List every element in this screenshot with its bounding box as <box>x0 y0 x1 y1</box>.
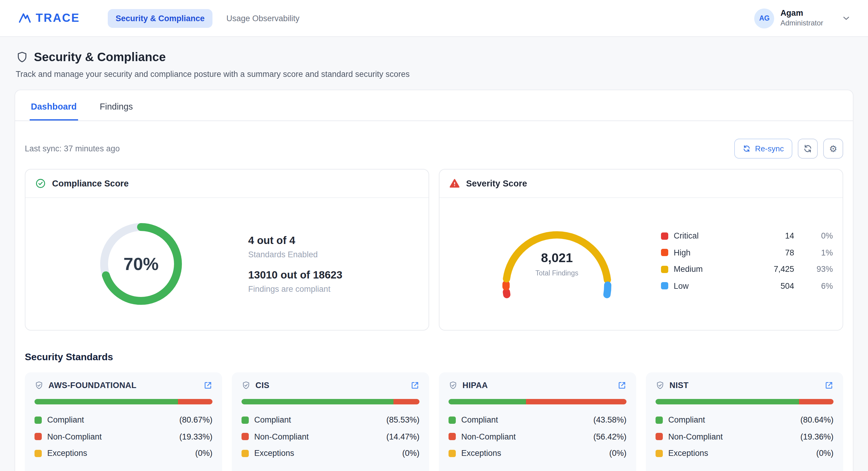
tab-dashboard[interactable]: Dashboard <box>30 90 78 121</box>
standards-enabled-value: 4 out of 4 <box>248 234 342 247</box>
shield-icon <box>16 51 28 64</box>
nav-security-compliance[interactable]: Security & Compliance <box>108 9 213 28</box>
settings-button[interactable]: ⚙ <box>823 138 843 159</box>
main-panel: Dashboard Findings Last sync: 37 minutes… <box>14 90 854 471</box>
findings-compliant-value: 13010 out of 18623 <box>248 269 342 282</box>
compliance-donut: 70% <box>96 219 186 309</box>
standard-name: AWS-FOUNDATIONAL <box>49 381 136 390</box>
gauge-segment-critical <box>506 292 507 295</box>
bar-segment <box>448 399 526 404</box>
compliance-bar <box>655 399 834 404</box>
security-standards-heading: Security Standards <box>25 352 843 363</box>
page-title: Security & Compliance <box>34 50 166 64</box>
standard-name: NIST <box>670 381 688 390</box>
total-findings-value: 8,021 <box>496 251 617 265</box>
resync-button[interactable]: Re-sync <box>735 138 792 159</box>
non-compliant-label: Non-Compliant <box>461 432 516 441</box>
gauge-segment-low <box>607 285 608 294</box>
low-label: Low <box>674 282 689 291</box>
tab-findings[interactable]: Findings <box>99 90 134 121</box>
dashboard-content: Last sync: 37 minutes ago Re-sync <box>15 138 853 471</box>
medium-label: Medium <box>674 265 703 274</box>
severity-row-low: Low 504 6% <box>661 278 833 294</box>
low-pct: 6% <box>794 282 833 291</box>
compliance-score-card: Compliance Score 70% 4 out of 4 S <box>25 169 429 331</box>
chevron-down-icon[interactable] <box>841 13 851 23</box>
standard-name: HIPAA <box>462 381 488 390</box>
non-compliant-swatch <box>655 433 663 440</box>
severity-row-high: High 78 1% <box>661 244 833 261</box>
exceptions-label: Exceptions <box>668 449 708 458</box>
user-menu[interactable]: AG Agam Administrator <box>754 8 851 28</box>
bar-segment <box>394 399 420 404</box>
avatar: AG <box>754 8 774 28</box>
standards-enabled-caption: Standards Enabled <box>248 250 342 259</box>
compliant-label: Compliant <box>254 416 291 425</box>
total-findings-caption: Total Findings <box>496 270 617 277</box>
critical-count: 14 <box>785 231 794 241</box>
compliance-percent: 70% <box>96 219 186 309</box>
low-count: 504 <box>780 282 794 291</box>
external-link-icon[interactable] <box>617 381 626 390</box>
app-root: TRACE Security & Compliance Usage Observ… <box>0 0 868 471</box>
non-compliant-pct: (19.36%) <box>800 432 834 441</box>
check-circle-icon <box>35 178 46 189</box>
critical-swatch <box>661 232 668 240</box>
medium-swatch <box>661 266 668 273</box>
low-swatch <box>661 282 668 290</box>
last-sync-text: Last sync: 37 minutes ago <box>25 144 120 153</box>
bar-segment <box>178 399 213 404</box>
non-compliant-pct: (14.47%) <box>386 432 420 441</box>
external-link-icon[interactable] <box>825 381 834 390</box>
compliant-swatch <box>448 416 456 424</box>
compliance-bar <box>34 399 213 404</box>
non-compliant-pct: (19.33%) <box>179 432 213 441</box>
non-compliant-label: Non-Compliant <box>668 432 723 441</box>
exceptions-pct: (0%) <box>609 449 626 458</box>
resync-icon <box>743 145 751 153</box>
refresh-button[interactable] <box>798 138 818 159</box>
shield-check-icon <box>242 381 251 390</box>
exceptions-pct: (0%) <box>195 449 213 458</box>
severity-legend: Critical 14 0% High 78 1% <box>661 228 833 294</box>
severity-score-card: Severity Score 8,021 Total Findings <box>439 169 843 331</box>
exceptions-pct: (0%) <box>816 449 834 458</box>
page-header: Security & Compliance Track and manage y… <box>0 37 868 90</box>
legend-row-non-compliant: Non-Compliant(19.33%) <box>34 428 213 445</box>
high-count: 78 <box>785 248 794 257</box>
external-link-icon[interactable] <box>204 381 213 390</box>
legend-row-non-compliant: Non-Compliant(19.36%) <box>655 428 834 445</box>
critical-pct: 0% <box>794 231 833 241</box>
exceptions-label: Exceptions <box>461 449 501 458</box>
legend-row-exceptions: Exceptions(0%) <box>448 445 626 462</box>
findings-compliant-caption: Findings are compliant <box>248 285 342 294</box>
non-compliant-swatch <box>34 433 42 440</box>
severity-gauge: 8,021 Total Findings <box>496 226 617 303</box>
severity-card-title: Severity Score <box>466 179 527 188</box>
compliant-pct: (80.64%) <box>800 416 834 425</box>
standard-card-nist: NIST Compliant(80.64%) Non-Compliant(19.… <box>646 372 843 471</box>
shield-check-icon <box>34 381 43 390</box>
tab-bar: Dashboard Findings <box>15 90 853 121</box>
external-link-icon[interactable] <box>410 381 420 390</box>
exceptions-swatch <box>655 450 663 457</box>
top-bar: TRACE Security & Compliance Usage Observ… <box>0 0 868 37</box>
nav-usage-observability[interactable]: Usage Observability <box>218 9 308 28</box>
standard-card-cis: CIS Compliant(85.53%) Non-Compliant(14.4… <box>232 372 429 471</box>
top-nav: Security & Compliance Usage Observabilit… <box>108 9 308 28</box>
standard-name: CIS <box>255 381 269 390</box>
refresh-icon <box>803 144 812 153</box>
legend-row-compliant: Compliant(80.67%) <box>34 412 213 428</box>
legend-row-non-compliant: Non-Compliant(14.47%) <box>242 428 420 445</box>
standard-card-aws: AWS-FOUNDATIONAL Compliant(80.67%) Non-C… <box>25 372 222 471</box>
user-role: Administrator <box>780 19 823 28</box>
legend-row-compliant: Compliant(85.53%) <box>242 412 420 428</box>
bar-segment <box>526 399 626 404</box>
shield-check-icon <box>448 381 458 390</box>
bar-segment <box>799 399 834 404</box>
legend-row-non-compliant: Non-Compliant(56.42%) <box>448 428 626 445</box>
exceptions-swatch <box>448 450 456 457</box>
brand-logo[interactable]: TRACE <box>18 11 80 25</box>
brand-name: TRACE <box>36 11 80 25</box>
page-subtitle: Track and manage your security and compl… <box>16 70 850 79</box>
